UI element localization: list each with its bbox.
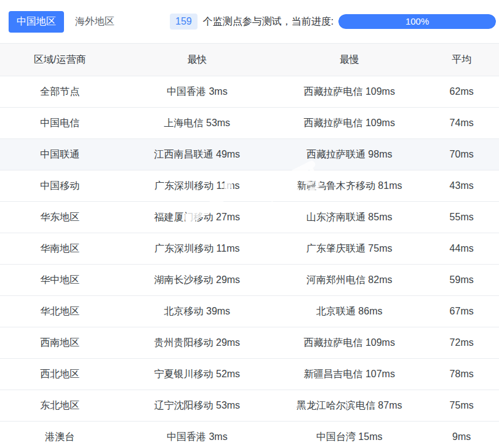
cell-slowest: 河南郑州电信 82ms (274, 265, 424, 296)
cell-region: 东北地区 (0, 390, 120, 422)
cell-average: 67ms (424, 296, 499, 327)
cell-region: 华南地区 (0, 233, 120, 265)
table-row[interactable]: 华北地区 北京移动 39ms 北京联通 86ms 67ms (0, 296, 499, 327)
latency-results-table: 区域/运营商 最快 最慢 平均 全部节点 中国香港 3ms 西藏拉萨电信 109… (0, 43, 499, 448)
cell-region: 华北地区 (0, 296, 120, 327)
table-row[interactable]: 港澳台 中国香港 3ms 中国台湾 15ms 9ms (0, 422, 499, 448)
cell-slowest: 广东肇庆联通 75ms (274, 233, 424, 265)
table-row[interactable]: 全部节点 中国香港 3ms 西藏拉萨电信 109ms 62ms (0, 76, 499, 108)
cell-region: 华东地区 (0, 202, 120, 233)
table-row[interactable]: 中国联通 江西南昌联通 49ms 西藏拉萨联通 98ms 70ms (0, 139, 499, 170)
cell-slowest: 西藏拉萨电信 109ms (274, 76, 424, 108)
cell-average: 62ms (424, 76, 499, 108)
cell-slowest: 新疆乌鲁木齐移动 81ms (274, 170, 424, 202)
cell-fastest: 贵州贵阳移动 29ms (120, 327, 274, 359)
table-header: 区域/运营商 最快 最慢 平均 (0, 44, 499, 76)
cell-region: 全部节点 (0, 76, 120, 108)
cell-region: 中国移动 (0, 170, 120, 202)
tab-overseas-region[interactable]: 海外地区 (75, 11, 114, 33)
cell-slowest: 山东济南联通 85ms (274, 202, 424, 233)
cell-average: 75ms (424, 390, 499, 422)
monitor-count-label: 个监测点参与测试，当前进度: (203, 15, 333, 28)
cell-average: 70ms (424, 139, 499, 170)
column-header-region: 区域/运营商 (0, 44, 120, 76)
cell-region: 中国电信 (0, 108, 120, 139)
cell-fastest: 北京移动 39ms (120, 296, 274, 327)
cell-fastest: 广东深圳移动 11ms (120, 233, 274, 265)
cell-region: 西南地区 (0, 327, 120, 359)
progress-bar: 100% (338, 14, 496, 29)
table-row[interactable]: 中国移动 广东深圳移动 11ms 新疆乌鲁木齐移动 81ms 43ms (0, 170, 499, 202)
cell-average: 9ms (424, 422, 499, 448)
cell-average: 72ms (424, 327, 499, 359)
table-row[interactable]: 中国电信 上海电信 53ms 西藏拉萨电信 109ms 74ms (0, 108, 499, 139)
cell-average: 59ms (424, 265, 499, 296)
table-row[interactable]: 华南地区 广东深圳移动 11ms 广东肇庆联通 75ms 44ms (0, 233, 499, 265)
table-row[interactable]: 东北地区 辽宁沈阳移动 53ms 黑龙江哈尔滨电信 87ms 75ms (0, 390, 499, 422)
table-row[interactable]: 西北地区 宁夏银川移动 52ms 新疆昌吉电信 107ms 78ms (0, 359, 499, 390)
cell-fastest: 中国香港 3ms (120, 422, 274, 448)
cell-fastest: 中国香港 3ms (120, 76, 274, 108)
cell-region: 中国联通 (0, 139, 120, 170)
cell-fastest: 辽宁沈阳移动 53ms (120, 390, 274, 422)
cell-slowest: 中国台湾 15ms (274, 422, 424, 448)
cell-fastest: 福建厦门移动 27ms (120, 202, 274, 233)
cell-average: 74ms (424, 108, 499, 139)
cell-average: 78ms (424, 359, 499, 390)
cell-region: 华中地区 (0, 265, 120, 296)
cell-slowest: 西藏拉萨电信 109ms (274, 327, 424, 359)
cell-fastest: 湖南长沙移动 29ms (120, 265, 274, 296)
cell-average: 43ms (424, 170, 499, 202)
progress-fill: 100% (338, 14, 496, 29)
cell-slowest: 西藏拉萨联通 98ms (274, 139, 424, 170)
tab-china-region[interactable]: 中国地区 (9, 11, 64, 33)
table-row[interactable]: 华中地区 湖南长沙移动 29ms 河南郑州电信 82ms 59ms (0, 265, 499, 296)
monitor-count-badge: 159 (170, 14, 198, 30)
column-header-fastest: 最快 (120, 44, 274, 76)
cell-fastest: 江西南昌联通 49ms (120, 139, 274, 170)
top-bar: 中国地区 海外地区 159 个监测点参与测试，当前进度: 100% (0, 0, 499, 43)
cell-slowest: 北京联通 86ms (274, 296, 424, 327)
cell-slowest: 新疆昌吉电信 107ms (274, 359, 424, 390)
cell-average: 44ms (424, 233, 499, 265)
cell-fastest: 宁夏银川移动 52ms (120, 359, 274, 390)
cell-fastest: 上海电信 53ms (120, 108, 274, 139)
cell-region: 港澳台 (0, 422, 120, 448)
cell-region: 西北地区 (0, 359, 120, 390)
column-header-slowest: 最慢 (274, 44, 424, 76)
table-body: 全部节点 中国香港 3ms 西藏拉萨电信 109ms 62ms 中国电信 上海电… (0, 76, 499, 448)
cell-fastest: 广东深圳移动 11ms (120, 170, 274, 202)
table-row[interactable]: 西南地区 贵州贵阳移动 29ms 西藏拉萨电信 109ms 72ms (0, 327, 499, 359)
column-header-average: 平均 (424, 44, 499, 76)
table-row[interactable]: 华东地区 福建厦门移动 27ms 山东济南联通 85ms 55ms (0, 202, 499, 233)
cell-average: 55ms (424, 202, 499, 233)
cell-slowest: 黑龙江哈尔滨电信 87ms (274, 390, 424, 422)
cell-slowest: 西藏拉萨电信 109ms (274, 108, 424, 139)
